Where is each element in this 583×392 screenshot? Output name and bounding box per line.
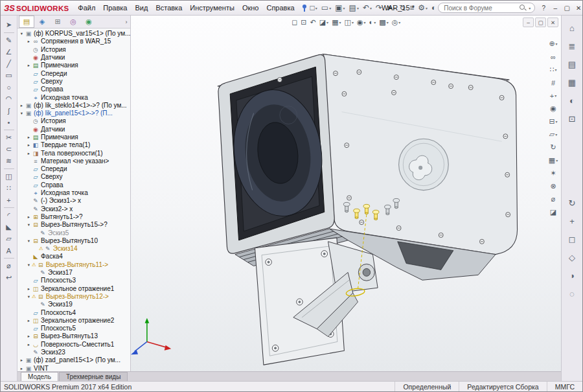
tree-item[interactable]: ◷История bbox=[17, 46, 130, 54]
tree-item[interactable]: ▾⚠⊟Вырез-Вытянуть11-> bbox=[17, 261, 130, 269]
tree-item[interactable]: ▾⊟Вырез-Вытянуть15->? bbox=[17, 221, 130, 229]
bill-of-materials-button[interactable]: ▦▾ bbox=[546, 154, 560, 167]
reference-geometry-button[interactable]: ▱▾ bbox=[546, 128, 560, 141]
doc-close-button[interactable]: ✕ bbox=[547, 17, 558, 27]
mounting-bracket[interactable] bbox=[255, 238, 378, 365]
line-tool-button[interactable]: ╱ bbox=[3, 58, 16, 69]
tree-item[interactable]: ⌖Исходная точка bbox=[17, 93, 130, 101]
view-zoom-button[interactable]: ◻ bbox=[564, 232, 580, 246]
menu-item-1[interactable]: Правка bbox=[99, 2, 131, 14]
mirror-entities-button[interactable]: ◫ bbox=[3, 171, 16, 182]
view-perspective-button[interactable]: ◌ bbox=[564, 286, 580, 301]
featuremanager-tab[interactable]: ▤ bbox=[19, 16, 34, 28]
close-button[interactable]: ✕ bbox=[573, 3, 583, 13]
maximize-button[interactable]: ▢ bbox=[561, 3, 573, 13]
tree-item[interactable]: ≡Материал <не указан> bbox=[17, 157, 130, 165]
measure-button[interactable]: ⌀ bbox=[546, 193, 560, 205]
tree-item[interactable]: ✎Эскиз19 bbox=[17, 301, 130, 308]
smart-fasteners-button[interactable]: # bbox=[546, 76, 560, 89]
rectangle-tool-button[interactable]: ▭ bbox=[3, 70, 16, 81]
section-view-tool-button[interactable]: ◪ bbox=[546, 206, 560, 218]
undo-button[interactable]: ↶▾ bbox=[361, 2, 374, 14]
expand-arrow-icon[interactable]: ▸ bbox=[26, 213, 32, 221]
hide-show-items-button[interactable]: ◉▾ bbox=[356, 17, 367, 27]
tree-item[interactable]: ▱Плоскость4 bbox=[17, 308, 130, 316]
tree-item[interactable]: ✎Эскиз17 bbox=[17, 269, 130, 277]
expand-arrow-icon[interactable]: ▸ bbox=[26, 317, 32, 325]
tree-item[interactable]: ▱Справа bbox=[17, 86, 130, 93]
model-3d-view[interactable] bbox=[131, 16, 561, 371]
spline-tool-button[interactable]: ʃ bbox=[3, 105, 16, 116]
tree-item[interactable]: ◉Датчики bbox=[17, 126, 130, 133]
graphics-area[interactable]: ◻⊡↶◪▾▦▾◫▾◉▾◐▾▩▾◎▾ –▢✕ ⊕▾∞∷▾#+▾◉⊟▾▱▾↻▦▾✶⊗… bbox=[131, 16, 561, 371]
custom-properties-button[interactable]: ⊡ bbox=[564, 111, 580, 126]
tree-item[interactable]: ▱Плоскость3 bbox=[17, 277, 130, 284]
interference-detection-button[interactable]: ⊗ bbox=[546, 180, 560, 192]
tree-item[interactable]: ◷История bbox=[17, 117, 130, 125]
menu-item-3[interactable]: Вставка bbox=[152, 2, 186, 14]
tree-item[interactable]: ▸▤Примечания bbox=[17, 133, 130, 141]
housing-model[interactable] bbox=[218, 54, 518, 280]
tree-item[interactable]: ▸▤Примечания bbox=[17, 62, 130, 69]
tree-item[interactable]: ▱Справа bbox=[17, 181, 130, 189]
document-tab[interactable]: Модель bbox=[21, 372, 58, 381]
tree-item[interactable]: ▸▣VINT bbox=[17, 364, 130, 371]
section-view-button[interactable]: ◪▾ bbox=[318, 17, 330, 27]
tree-item[interactable]: ▸◫Зеркальное отражение2 bbox=[17, 317, 130, 325]
print-button[interactable]: ▤▾ bbox=[347, 2, 361, 14]
tree-item[interactable]: ▸⊟Вырез-Вытянуть13 bbox=[17, 332, 130, 340]
expand-arrow-icon[interactable]: ▸ bbox=[26, 285, 32, 293]
tree-item[interactable]: ▸◫Зеркальное отражение1 bbox=[17, 285, 130, 293]
propertymanager-tab[interactable]: ◈ bbox=[34, 16, 50, 28]
tree-item[interactable]: ◣Фаска4 bbox=[17, 253, 130, 260]
tree-item[interactable]: ▸◨Тела поверхности(1) bbox=[17, 149, 130, 157]
chamfer-tool-button[interactable]: ◣ bbox=[3, 222, 16, 233]
expand-arrow-icon[interactable]: ▸ bbox=[26, 341, 32, 349]
tree-item[interactable]: ▸▣(ф) lik_steklo14<1>->? (По ум... bbox=[17, 102, 130, 110]
dimxpertmanager-tab[interactable]: ◎ bbox=[65, 16, 81, 28]
zoom-area-button[interactable]: ⊡ bbox=[299, 17, 308, 27]
expand-arrow-icon[interactable]: ▸ bbox=[26, 133, 32, 141]
tree-item[interactable]: ▸⊞Вытянуть1->? bbox=[17, 213, 130, 221]
configurationmanager-tab[interactable]: ⊞ bbox=[50, 16, 65, 28]
fillet-tool-button[interactable]: ◜ bbox=[3, 210, 16, 221]
expand-arrow-icon[interactable]: ▾ bbox=[19, 30, 25, 38]
tree-item[interactable]: ▸◧Твердые тела(1) bbox=[17, 141, 130, 149]
expand-arrow-icon[interactable]: ▾ bbox=[19, 110, 25, 117]
assembly-features-button[interactable]: ⊟▾ bbox=[546, 115, 560, 128]
apply-scene-button[interactable]: ▩▾ bbox=[378, 17, 389, 27]
expand-arrow-icon[interactable]: ▸ bbox=[19, 356, 25, 364]
tree-item[interactable]: ⌖Исходная точка bbox=[17, 189, 130, 197]
document-tab[interactable]: Трехмерные виды bbox=[59, 372, 128, 381]
mate-button[interactable]: ∞ bbox=[546, 51, 560, 63]
save-button[interactable]: ▣▾ bbox=[333, 2, 347, 14]
displaymanager-tab[interactable]: ◉ bbox=[81, 16, 97, 28]
tree-item[interactable]: ▱Плоскость5 bbox=[17, 325, 130, 332]
tree-item[interactable]: ▸∞Сопряжения в WAR_15 bbox=[17, 38, 130, 45]
expand-arrow-icon[interactable]: ▸ bbox=[26, 332, 32, 340]
menu-item-5[interactable]: Окно bbox=[238, 2, 263, 14]
tree-item[interactable]: ▾⊟Вырез-Вытянуть10 bbox=[17, 237, 130, 245]
expand-arrow-icon[interactable]: ▸ bbox=[19, 365, 25, 371]
insert-component-button[interactable]: ⊕▾ bbox=[546, 38, 560, 50]
move-component-button[interactable]: +▾ bbox=[546, 89, 560, 102]
expand-arrow-icon[interactable]: ▾ bbox=[26, 293, 32, 301]
appearances-scenes-button[interactable]: ◐ bbox=[564, 93, 580, 108]
zoom-fit-button[interactable]: ◻ bbox=[290, 17, 299, 27]
menu-item-2[interactable]: Вид bbox=[131, 2, 152, 14]
view-pan-button[interactable]: + bbox=[564, 214, 580, 228]
tree-item[interactable]: ✎Эскиз5 bbox=[17, 229, 130, 236]
solidworks-resources-button[interactable]: ⌂ bbox=[564, 21, 580, 35]
previous-view-button[interactable]: ↶ bbox=[308, 17, 317, 27]
tree-item[interactable]: ✎Эскиз2-> х bbox=[17, 205, 130, 213]
tree-item[interactable]: ▾▣(ф) lik_panel15<1>->? (П... bbox=[17, 110, 130, 117]
view-palette-button[interactable]: ▦ bbox=[564, 75, 580, 89]
point-tool-button[interactable]: • bbox=[3, 117, 16, 128]
sketch-tool-button[interactable]: ✎ bbox=[3, 35, 16, 46]
expand-arrow-icon[interactable]: ▾ bbox=[26, 237, 32, 245]
tree-item[interactable]: ▱Сверху bbox=[17, 78, 130, 86]
view-orientation-button[interactable]: ▦▾ bbox=[330, 17, 342, 27]
display-wireframe-button[interactable]: ◇ bbox=[564, 250, 580, 264]
options-button[interactable]: ⚙▾ bbox=[416, 2, 429, 14]
search-icon[interactable] bbox=[520, 5, 526, 11]
